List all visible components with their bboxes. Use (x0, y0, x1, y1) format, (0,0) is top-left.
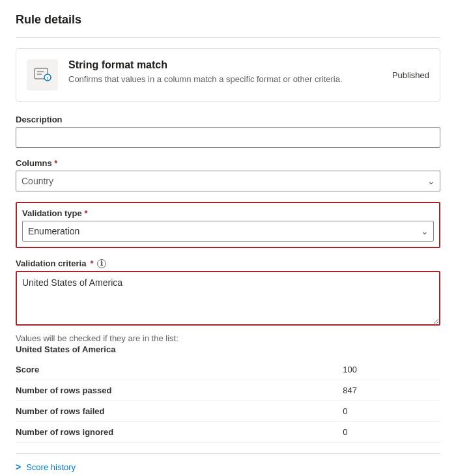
stat-value: 0 (317, 422, 440, 443)
columns-label: Columns * (16, 158, 440, 168)
stat-label: Number of rows failed (16, 401, 317, 422)
columns-field-group: Columns * Country ⌄ (16, 158, 440, 191)
score-history-chevron-icon: > (16, 462, 21, 472)
description-label: Description (16, 115, 440, 124)
rule-icon-container: ! (27, 59, 58, 91)
page-container: Rule details ! String format match Confi… (0, 0, 456, 476)
svg-text:!: ! (47, 76, 48, 81)
stat-value: 0 (317, 401, 440, 422)
rule-card: ! String format match Confirms that valu… (16, 48, 440, 102)
score-history-row[interactable]: > Score history (16, 453, 440, 476)
stat-label: Score (16, 359, 317, 380)
validation-criteria-info-icon[interactable]: ℹ (97, 259, 106, 268)
validation-type-select-wrapper: Enumeration ⌄ (22, 221, 434, 242)
check-info-text: Values will be checked if they are in th… (16, 333, 440, 343)
validation-type-required: * (84, 208, 87, 218)
description-field-group: Description (16, 115, 440, 148)
validation-criteria-required: * (90, 259, 93, 268)
rule-name: String format match (68, 59, 382, 71)
check-info-value: United States of America (16, 344, 440, 354)
stat-value: 100 (317, 359, 440, 380)
table-row: Score 100 (16, 359, 440, 380)
title-divider (16, 37, 440, 38)
table-row: Number of rows ignored 0 (16, 422, 440, 443)
columns-required: * (54, 158, 57, 168)
stat-label: Number of rows ignored (16, 422, 317, 443)
table-row: Number of rows passed 847 (16, 380, 440, 401)
validation-type-select[interactable]: Enumeration (22, 221, 434, 242)
page-title: Rule details (16, 13, 440, 27)
stat-label: Number of rows passed (16, 380, 317, 401)
check-info: Values will be checked if they are in th… (16, 333, 440, 354)
validation-criteria-label-row: Validation criteria * ℹ (16, 259, 440, 268)
stat-value: 847 (317, 380, 440, 401)
string-format-icon: ! (33, 66, 51, 84)
columns-select-wrapper: Country ⌄ (16, 171, 440, 191)
validation-criteria-textarea[interactable]: United States of America (17, 272, 439, 324)
score-history-label: Score history (26, 462, 76, 472)
rule-description: Confirms that values in a column match a… (68, 74, 382, 85)
rule-status: Published (392, 70, 429, 80)
table-row: Number of rows failed 0 (16, 401, 440, 422)
rule-info: String format match Confirms that values… (68, 59, 382, 85)
stats-table: Score 100 Number of rows passed 847 Numb… (16, 359, 440, 443)
criteria-textarea-wrapper: United States of America (16, 271, 440, 326)
columns-select[interactable]: Country (16, 171, 440, 191)
validation-type-group: Validation type * Enumeration ⌄ (16, 202, 440, 248)
validation-criteria-group: Validation criteria * ℹ United States of… (16, 259, 440, 326)
validation-type-label: Validation type * (22, 208, 434, 218)
description-input[interactable] (16, 127, 440, 148)
